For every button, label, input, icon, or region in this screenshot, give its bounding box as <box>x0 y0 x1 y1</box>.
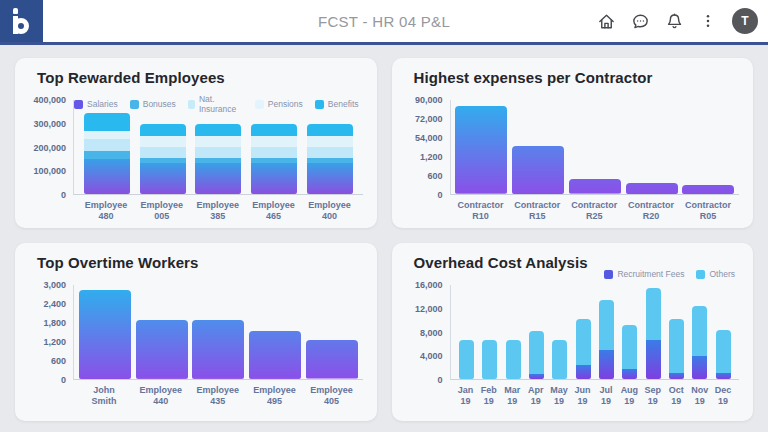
bar[interactable] <box>307 124 353 195</box>
x-category-label: Employee005 <box>139 200 185 223</box>
bar-segment <box>251 163 297 194</box>
x-category-label: Oct19 <box>669 385 684 408</box>
y-axis: 06001,2001,8002,4003,000 <box>29 285 73 380</box>
legend-item[interactable]: Nat. Insurance <box>188 94 243 114</box>
bar[interactable] <box>569 179 621 194</box>
bar[interactable] <box>79 290 131 379</box>
bar[interactable] <box>646 288 661 379</box>
bar-segment <box>251 136 297 147</box>
bar[interactable] <box>669 319 684 380</box>
bar[interactable] <box>599 300 614 379</box>
bar[interactable] <box>692 306 707 379</box>
legend-swatch <box>604 270 613 279</box>
x-category-label: Jul19 <box>598 385 613 408</box>
x-category-label: ContractorR20 <box>625 200 677 223</box>
bar-segment <box>669 373 684 379</box>
x-category-label: Aug19 <box>622 385 637 408</box>
x-category-label: Employee480 <box>83 200 129 223</box>
bar[interactable] <box>249 331 301 379</box>
y-tick-label: 100,000 <box>33 166 66 176</box>
bar-segment <box>307 124 353 137</box>
y-tick-label: 300,000 <box>33 119 66 129</box>
x-category-label: Employee405 <box>306 385 358 408</box>
y-axis: 06001,20054,00072,00090,000 <box>406 100 450 195</box>
legend-label: Nat. Insurance <box>199 94 243 114</box>
bar[interactable] <box>459 340 474 379</box>
legend-swatch <box>255 100 264 109</box>
bar-segment <box>140 124 186 137</box>
legend-item[interactable]: Others <box>696 269 735 279</box>
bar-segment <box>716 330 731 373</box>
bar[interactable] <box>482 340 497 379</box>
legend-label: Others <box>709 269 735 279</box>
bar-segment <box>195 147 241 158</box>
bar[interactable] <box>140 124 186 195</box>
chart-top-rewarded-employees: 0100,000200,000300,000400,000SalariesBon… <box>29 90 363 223</box>
bar-segment <box>622 369 637 379</box>
x-category-label: May19 <box>552 385 567 408</box>
bar[interactable] <box>512 146 564 194</box>
bar-segment <box>306 340 358 379</box>
bar-segment <box>192 320 244 379</box>
chat-icon[interactable] <box>630 11 650 31</box>
bar[interactable] <box>576 319 591 380</box>
bar-segment <box>506 340 521 379</box>
y-tick-label: 4,000 <box>420 351 443 361</box>
y-axis: 0100,000200,000300,000400,000 <box>29 100 73 195</box>
y-tick-label: 54,000 <box>415 133 443 143</box>
legend-item[interactable]: Recruitment Fees <box>604 269 684 279</box>
bar-segment <box>669 319 684 373</box>
y-tick-label: 72,000 <box>415 114 443 124</box>
legend-item[interactable]: Benefits <box>315 99 359 109</box>
bar[interactable] <box>195 124 241 195</box>
bar[interactable] <box>306 340 358 379</box>
x-category-label: Employee465 <box>251 200 297 223</box>
y-tick-label: 1,200 <box>43 337 66 347</box>
x-category-label: ContractorR10 <box>454 200 506 223</box>
x-category-label: Jun19 <box>575 385 590 408</box>
home-icon[interactable] <box>596 11 616 31</box>
bar[interactable] <box>84 113 130 194</box>
bar-segment <box>599 350 614 379</box>
bar[interactable] <box>529 331 544 379</box>
dashboard-grid: Top Rewarded Employees 0100,000200,00030… <box>0 45 768 421</box>
bar[interactable] <box>716 330 731 379</box>
y-tick-label: 0 <box>61 375 66 385</box>
bar-segment <box>646 288 661 340</box>
bar-segment <box>79 290 131 379</box>
bar-segment <box>622 325 637 369</box>
header-actions: T <box>596 0 758 42</box>
bar[interactable] <box>626 183 678 194</box>
bar[interactable] <box>136 320 188 379</box>
bar-segment <box>195 163 241 194</box>
bar[interactable] <box>622 325 637 379</box>
bar[interactable] <box>682 185 734 194</box>
bar-segment <box>512 146 564 194</box>
card-highest-expenses-per-contractor: Highest expenses per Contractor 06001,20… <box>392 58 754 228</box>
bar[interactable] <box>192 320 244 379</box>
bar[interactable] <box>251 124 297 195</box>
bell-icon[interactable] <box>664 11 684 31</box>
x-category-label: Apr19 <box>528 385 543 408</box>
x-category-label: Nov19 <box>692 385 707 408</box>
bar-segment <box>307 147 353 158</box>
app-header: FCST - HR 04 P&L <box>0 0 768 45</box>
bar[interactable] <box>506 340 521 379</box>
legend-label: Bonuses <box>143 99 176 109</box>
y-tick-label: 600 <box>51 356 66 366</box>
bar-segment <box>692 306 707 355</box>
user-avatar[interactable]: T <box>732 8 758 34</box>
legend-swatch <box>315 100 324 109</box>
x-category-label: Feb19 <box>481 385 496 408</box>
plot-area: Recruitment FeesOthers <box>450 285 740 380</box>
legend-item[interactable]: Bonuses <box>130 99 176 109</box>
legend-item[interactable]: Salaries <box>74 99 118 109</box>
kebab-menu-icon[interactable] <box>698 11 718 31</box>
bar-segment <box>84 113 130 131</box>
bar-segment <box>626 183 678 194</box>
legend-item[interactable]: Pensions <box>255 99 303 109</box>
bar-segment <box>84 151 130 159</box>
bar-segment <box>307 163 353 194</box>
bar[interactable] <box>552 340 567 379</box>
bar[interactable] <box>455 106 507 194</box>
